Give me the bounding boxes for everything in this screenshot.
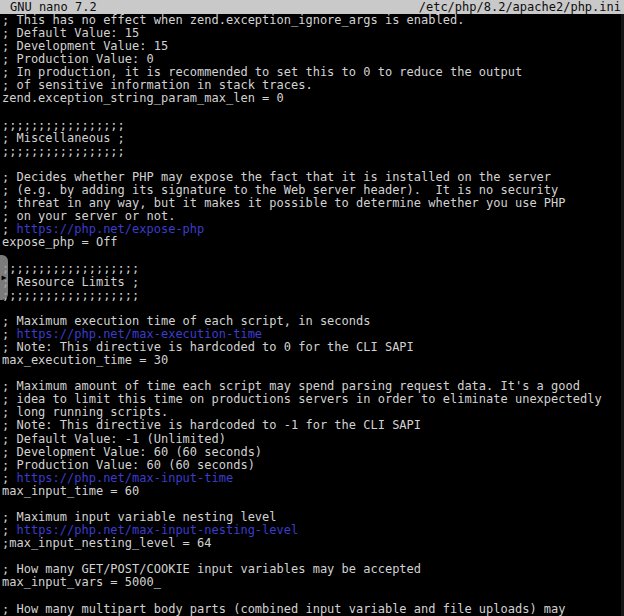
comment-prefix: ; (2, 327, 16, 341)
file-path: /etc/php/8.2/apache2/php.ini (419, 0, 621, 14)
line-text: ;max_input_nesting_level = 64 (2, 536, 212, 550)
line-text: ;;;;;;;;;;;;;;;;;;; (2, 288, 139, 302)
line-text: ; Maximum execution time of each script,… (2, 314, 370, 328)
line-text: ; on your server or not. (2, 209, 175, 223)
line-text: ; Miscellaneous ; (2, 131, 125, 145)
line-text: ; idea to limit this time on productions… (2, 392, 602, 406)
line-text: ; threat in any way, but it makes it pos… (2, 196, 566, 210)
line-text: ; Note: This directive is hardcoded to 0… (2, 340, 414, 354)
line-text: max_input_time = 60 (2, 484, 139, 498)
line-text: ; Production Value: 0 (2, 52, 154, 66)
editor-line: max_input_time = 60 (2, 485, 624, 498)
comment-prefix: ; (2, 471, 16, 485)
editor-text-area[interactable]: ; This has no effect when zend.exception… (0, 14, 624, 616)
line-text: ; (e.g. by adding its signature to the W… (2, 183, 558, 197)
panel-reveal-handle[interactable]: ▶ (0, 255, 8, 300)
nano-titlebar: GNU nano 7.2 /etc/php/8.2/apache2/php.in… (0, 0, 624, 14)
line-text: ; Development Value: 60 (60 seconds) (2, 445, 262, 459)
line-text: ; This has no effect when zend.exception… (2, 13, 464, 27)
editor-line: max_input_vars = 5000_ (2, 576, 624, 589)
line-text: ; Default Value: 15 (2, 26, 139, 40)
line-text: ; Maximum amount of time each script may… (2, 379, 580, 393)
line-text: ; Maximum input variable nesting level (2, 510, 277, 524)
editor-line: max_execution_time = 30 (2, 354, 624, 367)
line-text: ;;;;;;;;;;;;;;;;; (2, 144, 125, 158)
line-text: ; In production, it is recommended to se… (2, 65, 522, 79)
text-cursor: _ (154, 575, 161, 589)
comment-prefix: ; (2, 523, 16, 537)
line-text: ;;;;;;;;;;;;;;;;; (2, 118, 125, 132)
line-text: ; How many multipart body parts (combine… (2, 602, 566, 616)
url-text: https://php.net/max-input-time (16, 471, 233, 485)
line-text: max_input_vars = 5000 (2, 575, 154, 589)
chevron-right-icon: ▶ (2, 274, 7, 282)
editor-line: ;max_input_nesting_level = 64 (2, 537, 624, 550)
nano-version-label: GNU nano 7.2 (10, 0, 97, 14)
url-text: https://php.net/max-input-nesting-level (16, 523, 298, 537)
editor-line: zend.exception_string_param_max_len = 0 (2, 92, 624, 105)
line-text: ; Production Value: 60 (60 seconds) (2, 458, 255, 472)
editor-line: expose_php = Off (2, 236, 624, 249)
line-text: zend.exception_string_param_max_len = 0 (2, 91, 284, 105)
line-text: expose_php = Off (2, 235, 118, 249)
line-text: max_execution_time = 30 (2, 353, 168, 367)
line-text: ; Decides whether PHP may expose the fac… (2, 170, 551, 184)
url-text: https://php.net/max-execution-time (16, 327, 262, 341)
line-text: ; Default Value: -1 (Unlimited) (2, 432, 226, 446)
comment-prefix: ; (2, 222, 16, 236)
line-text: ; How many GET/POST/COOKIE input variabl… (2, 562, 421, 576)
editor-line: ;;;;;;;;;;;;;;;;;;; (2, 289, 624, 302)
line-text: ; Note: This directive is hardcoded to -… (2, 418, 421, 432)
line-text: ; long running scripts. (2, 405, 168, 419)
line-text: ; of sensitive information in stack trac… (2, 78, 313, 92)
line-text: ;;;;;;;;;;;;;;;;;;; (2, 261, 139, 275)
line-text: ; Resource Limits ; (2, 275, 139, 289)
terminal-window: GNU nano 7.2 /etc/php/8.2/apache2/php.in… (0, 0, 624, 616)
line-text: ; Development Value: 15 (2, 39, 168, 53)
editor-line: ; How many multipart body parts (combine… (2, 603, 624, 616)
url-text: https://php.net/expose-php (16, 222, 204, 236)
editor-line: ;;;;;;;;;;;;;;;;; (2, 145, 624, 158)
